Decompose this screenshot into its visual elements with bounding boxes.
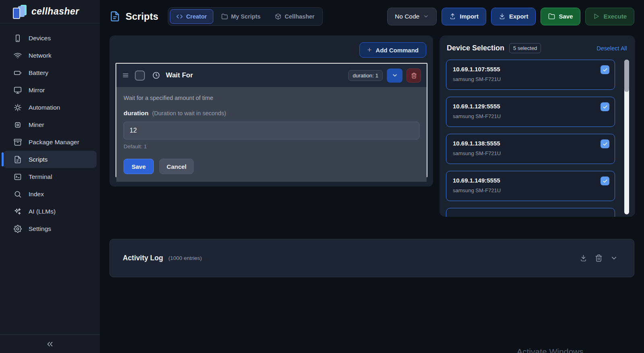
device-checkbox-checked[interactable]	[601, 102, 609, 111]
export-button-label: Export	[509, 13, 528, 20]
device-model: samsung SM-F721U	[453, 76, 608, 82]
device-list-scrollbar[interactable]	[624, 60, 629, 214]
sidebar-item-devices[interactable]: Devices	[3, 29, 97, 47]
tab-label: Cellhasher	[285, 13, 314, 20]
device-panel-header: Device Selection 5 selected Deselect All	[440, 35, 635, 56]
device-model: samsung SM-F721U	[453, 150, 608, 156]
sidebar-item-ai-llms[interactable]: AI (LLMs)	[3, 203, 97, 220]
device-panel-title: Device Selection	[447, 44, 504, 52]
device-checkbox-checked[interactable]	[601, 65, 609, 74]
sidebar-item-mirror[interactable]: Mirror	[3, 81, 97, 99]
device-checkbox-checked[interactable]	[601, 139, 609, 148]
play-icon	[593, 13, 600, 20]
chevron-down-icon	[423, 13, 429, 19]
tab-my-scripts[interactable]: My Scripts	[215, 9, 267, 24]
field-hint: (Duration to wait in seconds)	[152, 110, 226, 116]
sidebar-item-label: Automation	[29, 104, 60, 111]
sidebar-item-label: Settings	[29, 225, 51, 233]
script-builder-panel: + Add Command Wait For duration: 1	[109, 35, 433, 187]
device-card[interactable]: 10.69.1.107:5555 samsung SM-F721U	[446, 60, 615, 90]
command-card-actions: Save Cancel	[124, 159, 419, 174]
activity-log-actions	[580, 254, 618, 262]
collapse-sidebar-button[interactable]	[45, 340, 54, 349]
command-header-actions: duration: 1	[348, 69, 421, 83]
default-value-note: Default: 1	[124, 143, 419, 150]
sidebar: cellhasher Devices Network Battery Mirr	[0, 0, 100, 353]
device-address: 10.69.1.129:5555	[453, 103, 608, 110]
import-button[interactable]: Import	[442, 8, 486, 25]
monitor-icon	[14, 86, 22, 94]
field-name: duration	[124, 110, 149, 117]
search-icon	[14, 190, 22, 198]
sparkles-icon	[14, 208, 22, 216]
collapse-log-icon[interactable]	[610, 254, 618, 262]
save-command-button[interactable]: Save	[124, 159, 154, 174]
command-title: Wait For	[166, 71, 193, 79]
command-card-body: Wait for a specified amount of time dura…	[116, 87, 427, 182]
download-icon	[499, 13, 506, 20]
smartphone-icon	[14, 34, 22, 42]
sidebar-item-label: Index	[29, 191, 44, 198]
sidebar-item-network[interactable]: Network	[3, 47, 97, 64]
sidebar-item-automation[interactable]: Automation	[3, 99, 97, 116]
deselect-all-link[interactable]: Deselect All	[597, 45, 627, 52]
app-logo[interactable]: cellhasher	[0, 0, 100, 23]
tab-label: My Scripts	[231, 13, 260, 20]
device-list: 10.69.1.107:5555 samsung SM-F721U 10.69.…	[446, 60, 615, 217]
device-card[interactable]: 10.69.1.129:5555 samsung SM-F721U	[446, 97, 615, 127]
add-command-button[interactable]: + Add Command	[359, 42, 426, 58]
device-address: 10.69.1.107:5555	[453, 66, 608, 73]
save-script-button-label: Save	[559, 13, 573, 20]
sidebar-item-settings[interactable]: Settings	[3, 220, 97, 237]
command-checkbox[interactable]	[135, 71, 145, 81]
export-button[interactable]: Export	[491, 8, 536, 25]
battery-icon	[14, 69, 22, 77]
page-title: Scripts	[126, 11, 158, 22]
device-model: samsung SM-F721U	[453, 113, 608, 119]
sidebar-item-label: Devices	[29, 35, 51, 42]
duration-input[interactable]	[124, 122, 419, 139]
cpu-icon	[14, 121, 22, 129]
folder-icon	[221, 13, 228, 20]
windows-activation-watermark: Activate Windows	[517, 347, 584, 353]
command-description: Wait for a specified amount of time	[124, 95, 419, 101]
device-card[interactable]: 10.69.1.138:5555 samsung SM-F721U	[446, 134, 615, 164]
device-address: 10.69.1.138:5555	[453, 140, 608, 147]
selected-count-badge: 5 selected	[509, 43, 541, 53]
execute-button[interactable]: Execute	[585, 8, 634, 25]
clear-log-icon[interactable]	[595, 254, 603, 262]
duration-param-badge: duration: 1	[348, 70, 383, 81]
sidebar-item-label: Battery	[29, 69, 48, 77]
sidebar-item-scripts[interactable]: Scripts	[3, 151, 97, 168]
tab-creator[interactable]: Creator	[170, 9, 213, 24]
file-icon	[14, 156, 22, 164]
sidebar-item-label: Package Manager	[29, 139, 79, 146]
sidebar-item-index[interactable]: Index	[3, 185, 97, 203]
drag-handle-icon[interactable]	[122, 72, 129, 79]
sidebar-item-terminal[interactable]: Terminal	[3, 168, 97, 185]
sidebar-item-label: Miner	[29, 121, 44, 129]
device-card[interactable]: 10.69.1.149:5555 samsung SM-F721U	[446, 171, 615, 201]
activity-log-panel: Activity Log (1000 entries)	[109, 239, 634, 277]
app-logo-text: cellhasher	[31, 6, 79, 17]
sidebar-item-label: Mirror	[29, 87, 45, 94]
plus-icon: +	[367, 46, 372, 54]
delete-command-button[interactable]	[407, 69, 421, 83]
device-checkbox-checked[interactable]	[601, 176, 609, 185]
sidebar-item-miner[interactable]: Miner	[3, 116, 97, 133]
download-log-icon[interactable]	[580, 254, 587, 262]
scripts-tab-group: Creator My Scripts Cellhasher	[168, 7, 323, 26]
cancel-command-button[interactable]: Cancel	[159, 159, 194, 174]
collapse-command-button[interactable]	[387, 69, 402, 83]
save-script-button[interactable]: Save	[541, 8, 580, 25]
sidebar-item-label: Network	[29, 52, 52, 59]
scrollbar-thumb[interactable]	[624, 60, 629, 92]
gear-icon	[14, 225, 22, 233]
sidebar-item-label: Scripts	[29, 156, 47, 163]
code-mode-select[interactable]: No Code	[387, 8, 437, 25]
tab-cellhasher[interactable]: Cellhasher	[268, 9, 321, 24]
add-command-label: Add Command	[376, 47, 419, 54]
device-card-partial[interactable]	[446, 208, 615, 217]
sidebar-item-package-manager[interactable]: Package Manager	[3, 133, 97, 151]
sidebar-item-battery[interactable]: Battery	[3, 64, 97, 81]
